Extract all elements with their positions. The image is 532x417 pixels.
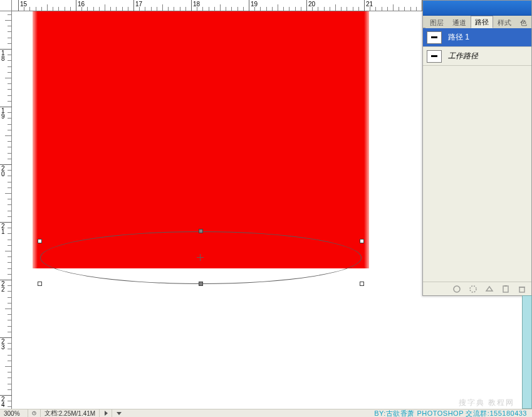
ruler-tick-minor xyxy=(87,7,88,11)
ruler-tick-minor xyxy=(8,349,11,349)
ruler-tick-minor xyxy=(353,7,353,11)
transform-handle-bl[interactable] xyxy=(38,282,42,286)
path-name[interactable]: 路径 1 xyxy=(448,32,469,43)
delete-path-icon[interactable] xyxy=(518,285,526,293)
ruler-tick xyxy=(191,0,192,11)
ruler-tick-minor xyxy=(231,7,232,11)
ruler-tick-minor xyxy=(301,7,301,11)
ruler-tick-minor xyxy=(5,20,11,21)
stroke-path-icon[interactable] xyxy=(469,285,477,293)
ruler-tick-minor xyxy=(382,7,382,11)
zoom-level[interactable]: 300% xyxy=(0,409,28,417)
path-row[interactable]: 路径 1 xyxy=(423,28,531,47)
svg-rect-4 xyxy=(519,287,524,292)
ruler-tick-minor xyxy=(8,372,11,372)
ruler-tick-minor xyxy=(8,262,11,263)
ruler-tick-minor xyxy=(8,130,11,130)
ruler-tick-minor xyxy=(295,7,296,11)
ruler-label: 20 xyxy=(1,166,8,177)
doc-size[interactable]: 文档: 2.25M/1.41M xyxy=(41,409,100,417)
ruler-tick-minor xyxy=(410,7,411,11)
ruler-tick-minor xyxy=(289,7,289,11)
ruler-tick-minor xyxy=(8,332,11,332)
ruler-tick-minor xyxy=(272,7,273,11)
ruler-tick-minor xyxy=(8,187,11,188)
ruler-tick-minor xyxy=(8,377,11,378)
ruler-tick-minor xyxy=(8,170,11,171)
tab-channels[interactable]: 通道 xyxy=(448,16,471,28)
ruler-tick xyxy=(133,0,134,11)
ruler-tick-minor xyxy=(324,7,325,11)
ruler-tick-minor xyxy=(8,204,11,205)
ruler-tick-minor xyxy=(151,7,152,11)
transform-handle-bm[interactable] xyxy=(199,282,203,286)
ruler-tick-minor xyxy=(8,297,11,298)
arrow-down-icon xyxy=(117,412,122,415)
ruler-tick-minor xyxy=(110,7,111,11)
ruler-tick-minor xyxy=(209,7,209,11)
ruler-tick-minor xyxy=(8,83,11,84)
docked-panel-strip[interactable] xyxy=(522,295,532,409)
ruler-tick-minor xyxy=(41,7,42,11)
ruler-tick-minor xyxy=(404,7,405,11)
tab-layers[interactable]: 图层 xyxy=(425,16,448,28)
ruler-tick-minor xyxy=(8,245,11,246)
ruler-corner xyxy=(0,0,12,11)
tab-styles[interactable]: 样式 xyxy=(493,16,516,28)
panel-titlebar[interactable] xyxy=(423,1,531,16)
ruler-tick-minor xyxy=(105,4,105,11)
ruler-tick-minor xyxy=(8,176,11,176)
status-menu-button[interactable] xyxy=(100,409,112,417)
load-selection-icon[interactable] xyxy=(485,285,494,293)
tab-color[interactable]: 色 xyxy=(516,16,531,28)
ruler-tick-minor xyxy=(81,7,82,11)
ruler-tick-minor xyxy=(162,4,163,11)
ruler-tick-minor xyxy=(347,7,347,11)
path-row[interactable]: 工作路径 xyxy=(423,47,531,66)
path-thumbnail xyxy=(427,31,442,44)
svg-point-0 xyxy=(454,286,460,292)
ruler-tick-minor xyxy=(65,7,65,11)
ruler-tick-minor xyxy=(8,389,11,390)
ruler-tick-minor xyxy=(8,153,11,154)
ruler-tick-minor xyxy=(8,355,11,356)
path-name[interactable]: 工作路径 xyxy=(448,51,478,61)
fill-path-icon[interactable] xyxy=(452,285,461,293)
ruler-label: 21 xyxy=(1,223,8,235)
ruler-tick-minor xyxy=(358,7,359,11)
ruler-label: 19 xyxy=(1,108,8,119)
ruler-tick-minor xyxy=(197,7,197,11)
ruler-tick-minor xyxy=(8,320,11,320)
ruler-tick-minor xyxy=(8,401,11,401)
ruler-tick-minor xyxy=(8,314,11,315)
status-bar: 300% 文档: 2.25M/1.41M BY:古欲香萧 PHOTOSHOP 交… xyxy=(0,409,532,417)
ruler-tick-minor xyxy=(5,78,11,78)
ruler-tick-minor xyxy=(8,43,11,44)
status-preview-icon[interactable] xyxy=(28,409,41,417)
ruler-tick-minor xyxy=(185,7,186,11)
ruler-tick-minor xyxy=(8,60,11,61)
ruler-vertical[interactable]: 18192021222324 xyxy=(0,11,12,409)
ruler-tick-minor xyxy=(5,251,11,251)
paths-panel[interactable]: 图层 通道 路径 样式 色 路径 1 工作路径 xyxy=(422,0,532,296)
ruler-tick-minor xyxy=(318,7,318,11)
ruler-tick-minor xyxy=(8,124,11,125)
ruler-tick-minor xyxy=(99,7,100,11)
transform-handle-br[interactable] xyxy=(360,282,364,286)
ruler-tick-minor xyxy=(8,240,11,240)
new-path-icon[interactable] xyxy=(501,285,510,293)
ruler-tick-minor xyxy=(5,366,11,367)
ruler-tick-minor xyxy=(36,7,36,11)
ruler-tick xyxy=(76,0,76,11)
status-dropdown-button[interactable] xyxy=(112,409,125,417)
ruler-tick-minor xyxy=(8,182,11,182)
ruler-tick-minor xyxy=(8,216,11,217)
tab-paths[interactable]: 路径 xyxy=(471,16,493,28)
ruler-tick xyxy=(18,0,19,11)
panel-footer xyxy=(423,282,531,295)
ruler-tick-minor xyxy=(145,7,145,11)
ruler-tick-minor xyxy=(8,199,11,199)
panel-tabs: 图层 通道 路径 样式 色 xyxy=(423,16,531,28)
ruler-tick-minor xyxy=(399,7,399,11)
ruler-tick-minor xyxy=(237,7,238,11)
